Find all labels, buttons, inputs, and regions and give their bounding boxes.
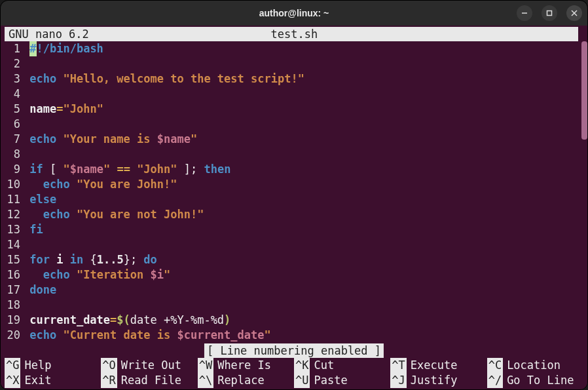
code-line[interactable]: 10 echo "You are John!" [5,177,583,192]
line-number: 6 [5,117,23,132]
nano-filename: test.sh [89,27,500,41]
shortcut-label: Exit [24,373,51,388]
line-number: 8 [5,147,23,162]
shortcut-bar: ^GHelp^OWrite Out^WWhere Is^KCut^TExecut… [5,358,583,388]
code-token: do [143,252,156,267]
shortcut[interactable]: ^XExit [5,373,101,388]
shortcut-key: ^\ [198,373,213,388]
line-number: 10 [5,177,23,192]
code-token: " [191,132,197,147]
shortcut-key: ^W [198,358,213,373]
code-token [70,177,77,192]
line-number: 9 [5,162,23,177]
code-line[interactable]: 9 if [ "$name" == "John" ]; then [5,162,583,177]
shortcut[interactable]: ^CLocation [487,358,583,373]
code-token: = [56,102,63,117]
shortcut-label: Help [24,358,51,373]
shortcut-key: ^C [487,358,503,373]
terminal-area[interactable]: GNU nano 6.2 test.sh 1 #!/bin/bash2 3 ec… [1,26,587,389]
shortcut-key: ^K [294,358,310,373]
line-number: 2 [5,56,23,71]
code-token: " [103,162,110,177]
code-line[interactable]: 2 [5,56,583,71]
shortcut-key: ^O [101,358,117,373]
shortcut-label: Where Is [217,358,271,373]
shortcut[interactable]: ^WWhere Is [198,358,294,373]
line-number: 5 [5,102,23,117]
code-line[interactable]: 11 else [5,192,583,207]
code-line[interactable]: 3 echo "Hello, welcome to the test scrip… [5,71,583,87]
line-number: 18 [5,298,23,313]
shortcut[interactable]: ^OWrite Out [101,358,197,373]
code-line[interactable]: 1 #!/bin/bash [5,41,583,56]
code-token: echo [29,328,56,343]
shortcut[interactable]: ^TExecute [390,358,487,373]
maximize-button[interactable] [542,5,557,21]
code-line[interactable]: 20 echo "Current date is $current_date" [5,328,583,343]
shortcut-key: ^R [101,373,117,388]
code-line[interactable]: 12 echo "You are not John!" [5,207,583,222]
editor-content[interactable]: 1 #!/bin/bash2 3 echo "Hello, welcome to… [5,41,583,343]
scrollbar-thumb[interactable] [581,41,587,140]
code-token [29,267,43,283]
nano-app-version: GNU nano 6.2 [5,27,89,41]
code-token: "You are not John!" [77,207,204,222]
line-number: 14 [5,237,23,252]
code-token: " [265,328,271,343]
code-token [110,162,117,177]
code-token: echo [29,132,56,147]
shortcut-key: ^G [5,358,20,373]
code-token: [ [43,162,64,177]
code-token: "Iteration [77,267,151,283]
shortcut-label: Justify [411,373,458,388]
code-line[interactable]: 4 [5,87,583,102]
code-line[interactable]: 16 echo "Iteration $i" [5,267,583,283]
code-token: for [29,252,50,267]
line-number: 19 [5,313,23,328]
code-token: in [70,252,83,267]
code-line[interactable]: 17 done [5,283,583,298]
code-line[interactable]: 7 echo "Your name is $name" [5,132,583,147]
shortcut[interactable]: ^/Go To Line [487,373,583,388]
shortcut[interactable]: ^UPaste [294,373,390,388]
code-token: ) [224,313,230,328]
code-token: # [29,41,36,56]
code-token [130,162,137,177]
close-button[interactable] [566,5,582,21]
code-line[interactable]: 14 [5,237,583,252]
code-line[interactable]: 19 current_date=$(date +%Y-%m-%d) [5,313,583,328]
code-token [50,252,56,267]
code-line[interactable]: 5 name="John" [5,102,583,117]
code-token [29,207,43,222]
code-token: current_date [29,313,110,328]
code-line[interactable]: 15 for i in {1..5}; do [5,252,583,267]
code-line[interactable]: 18 [5,298,583,313]
code-token [56,328,63,343]
shortcut[interactable]: ^JJustify [390,373,487,388]
minimize-button[interactable] [517,5,532,21]
code-line[interactable]: 13 fi [5,222,583,237]
code-token [56,71,63,87]
shortcut-label: Paste [314,373,347,388]
shortcut[interactable]: ^GHelp [5,358,101,373]
code-token: " [164,267,170,283]
code-token: "Hello, welcome to the test script!" [63,71,304,87]
code-token: $i [151,267,164,283]
shortcut[interactable]: ^RRead File [101,373,197,388]
code-token: "John" [63,102,103,117]
code-token: = [110,313,117,328]
window-controls [517,5,582,21]
scrollbar-track[interactable] [581,26,587,357]
shortcut-key: ^J [390,373,406,388]
code-line[interactable]: 6 [5,117,583,132]
shortcut-label: Go To Line [507,373,574,388]
code-token: ]; [177,162,204,177]
code-token: i [56,252,63,267]
code-token [70,207,77,222]
shortcut[interactable]: ^KCut [294,358,390,373]
shortcut[interactable]: ^\Replace [198,373,294,388]
code-line[interactable]: 8 [5,147,583,162]
line-number: 7 [5,132,23,147]
shortcut-label: Execute [411,358,458,373]
code-token [63,252,69,267]
